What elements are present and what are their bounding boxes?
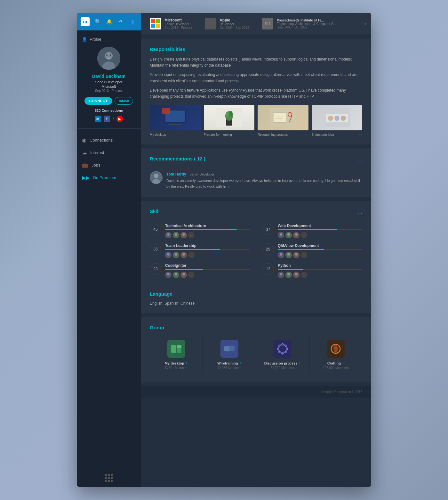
responsibilities-para-1: Design, create and tune physical databas… [150,56,362,69]
skill-avatar [293,252,300,258]
skill-more[interactable]: ··· [301,272,307,278]
media-thumb-desktop[interactable] [150,105,201,130]
responsibilities-para-3: Developed many rich feature Applications… [150,87,362,100]
media-dots-meeting[interactable]: ··· [251,132,254,137]
skill-count-codeigniter: 23 [150,263,161,275]
skill-avatar [165,232,172,238]
skill-avatar [173,272,179,278]
person-icon: 👤 [82,37,87,42]
media-thumb-brainstorm[interactable] [312,105,363,130]
group-name-row-wireframing: Wireframing + [217,361,241,365]
skill-item-qlikview: 29 QlikView Development ··· [262,243,362,258]
profile-actions: CONNECT InMail [82,97,136,105]
rec-avatar [150,171,163,184]
main-content: Microsoft Senoir Developer Sep 2013 - Pr… [141,13,371,487]
skill-more[interactable]: ··· [188,272,195,278]
group-members-discussion: 34,710 Members [271,366,295,370]
apple-logo-icon [205,18,216,29]
skill-more[interactable]: ··· [188,232,195,238]
sidebar-item-premium[interactable]: ▶▶ Go Premium [77,171,141,184]
media-dots-desktop[interactable]: ··· [197,132,200,137]
skill-avatar [293,232,300,238]
skills-grid: 45 Technical Architecture ··· [150,224,362,278]
group-name-wireframing: Wireframing [217,361,238,365]
svg-point-33 [154,174,158,178]
group-item-crafting: Crafting + 106,800 Members [309,335,362,375]
skill-count-qlikview: 29 [262,243,274,255]
recommendations-panel: Recommendations ( 12 ) ··· Tom Hardy Sen… [141,148,371,197]
media-item-desktop: My desktop ··· [150,105,201,137]
recommendations-header: Recommendations ( 12 ) ··· [150,156,362,166]
media-thumb-meeting[interactable] [204,105,255,130]
svg-point-56 [287,253,290,256]
skill-item-web-dev: 37 Web Development ··· [262,224,362,238]
skill-more[interactable]: ··· [301,252,307,258]
skills-more-icon[interactable]: ··· [358,211,362,217]
skill-avatar [180,272,187,278]
group-plus-desktop[interactable]: + [185,361,188,365]
sidebar-topbar: in 🔍 🔔 🏳 👥 [77,13,141,30]
search-icon[interactable]: 🔍 [95,19,101,25]
svg-point-52 [182,253,185,256]
inmail-button[interactable]: InMail [115,97,133,105]
media-label-brainstorm: Brainstorm Idea [312,133,334,136]
sidebar-item-connections[interactable]: ◉ Connections [77,134,141,146]
media-label-research: Researching process [258,133,288,136]
profile-title: Senoir Developer [82,80,136,84]
skill-avatar [285,232,292,238]
next-arrow-icon[interactable]: › [364,21,366,27]
svg-rect-11 [172,123,178,124]
group-logo-desktop-icon[interactable] [167,340,185,358]
skill-avatar [180,232,187,238]
profile-dates: Sep 2013 - Present [82,89,136,93]
svg-rect-73 [177,349,181,353]
group-plus-crafting[interactable]: + [342,361,344,365]
recommendations-more-icon[interactable]: ··· [358,158,362,164]
social-icons: in f • ▶ [82,116,136,122]
svg-rect-13 [162,108,170,114]
svg-point-29 [328,116,333,121]
media-dots-brainstorm[interactable]: ··· [359,132,362,137]
skill-item-codeigniter: 23 CodeIgniter ··· [150,263,250,278]
responsibilities-para-2: Provide input on proposing, evaluating a… [150,72,362,84]
microsoft-logo-icon [150,18,161,29]
premium-icon: ▶▶ [82,175,90,181]
group-plus-discussion[interactable]: + [299,361,301,365]
media-label-meeting: Prepare for meeting [204,133,232,136]
skill-avatar [285,272,292,278]
svg-point-68 [287,273,290,275]
skill-more[interactable]: ··· [188,252,195,258]
media-dots-research[interactable]: ··· [305,132,308,137]
group-logo-discussion-icon[interactable] [274,340,292,358]
people-icon[interactable]: 👥 [128,19,134,25]
mit-logo-icon: MIT [262,18,273,29]
avatar[interactable] [97,47,120,70]
sidebar-item-jobs[interactable]: 💼 Jobs [77,159,141,171]
skill-avatar [165,272,172,278]
youtube-social-icon[interactable]: ▶ [116,116,123,122]
skill-bar-python [278,269,362,270]
skill-name-codeigniter: CodeIgniter [165,263,250,268]
linkedin-logo-icon[interactable]: in [81,17,90,26]
linkedin-social-icon[interactable]: in [95,116,101,122]
skills-panel: Skill ··· 45 Technical Architecture [141,201,371,313]
skill-more[interactable]: ··· [301,232,307,238]
exp-item-mit: MIT Massachusetts Institute of Te... Eng… [262,18,336,29]
media-thumb-research[interactable] [258,105,308,130]
notification-icon[interactable]: 🔔 [106,19,113,25]
footer-text: LinkedIn Corporation © 2016 [321,390,362,394]
dot-separator: • [113,116,114,122]
facebook-social-icon[interactable]: f [104,116,110,122]
rec-name[interactable]: Tom Hardy [166,172,186,176]
sidebar-item-interest[interactable]: ☁ Interest [77,146,141,159]
group-logo-wireframe-icon[interactable] [220,340,238,358]
flag-icon[interactable]: 🏳 [118,19,123,25]
profile-label: 👤 Profile [82,37,136,42]
connect-button[interactable]: CONNECT [84,97,112,105]
grid-icon[interactable] [105,474,113,482]
group-item-wireframing: Wireframing + 12,055 Members [203,335,256,375]
skill-name-python: Python [278,263,362,268]
group-logo-crafting-icon[interactable] [327,340,345,358]
main-footer: LinkedIn Corporation © 2016 [141,386,371,398]
group-plus-wireframing[interactable]: + [239,361,241,365]
